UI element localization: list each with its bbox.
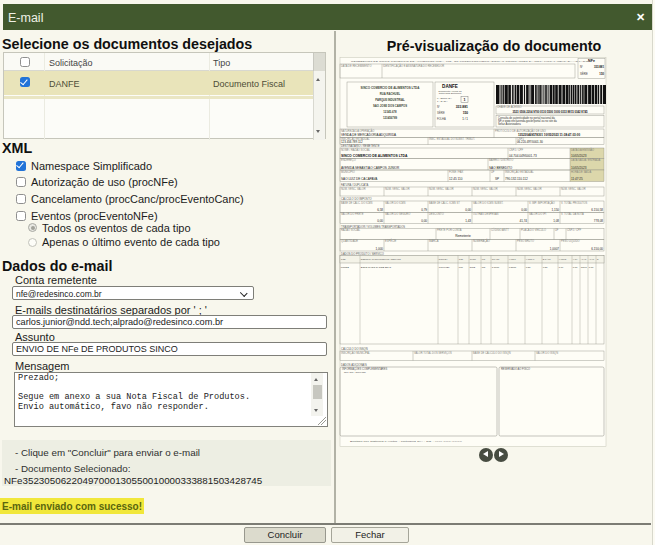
svg-text:6,58: 6,58 [526, 266, 531, 269]
svg-text:V.ICMS: V.ICMS [559, 258, 567, 260]
svg-text:SAO LUIZ DE CACAPAVA: SAO LUIZ DE CACAPAVA [341, 177, 378, 181]
svg-text:BAIRRO / DISTRITO: BAIRRO / DISTRITO [489, 158, 513, 162]
svg-text:1,150: 1,150 [551, 208, 559, 212]
svg-text:SINCO COMERCIO DE ALIMENTOS LT: SINCO COMERCIO DE ALIMENTOS LTDA [341, 154, 408, 158]
svg-text:VALOR DO IPI: VALOR DO IPI [529, 212, 546, 216]
svg-text:VENDA DE MERCADORIA ADQUIRIDA: VENDA DE MERCADORIA ADQUIRIDA [341, 133, 397, 137]
svg-text:RESERVADO AO FISCO: RESERVADO AO FISCO [501, 367, 530, 371]
svg-text:DANFE: DANFE [442, 84, 458, 89]
svg-text:QUANT: QUANT [492, 258, 500, 260]
svg-text:RUA RACHUEL: RUA RACHUEL [380, 92, 401, 96]
svg-text:FATURA / DUPLICATA: FATURA / DUPLICATA [341, 183, 368, 187]
svg-text:6,58: 6,58 [377, 208, 383, 212]
svg-text:Nº: Nº [437, 105, 440, 109]
svg-text:BASE DE CÁLC. DO ICMS: BASE DE CÁLC. DO ICMS [341, 201, 373, 205]
svg-text:BASE DE CÁLC. ICMS ST: BASE DE CÁLC. ICMS ST [429, 201, 460, 205]
svg-text:V.IPI: V.IPI [573, 258, 578, 260]
svg-text:0,00: 0,00 [573, 266, 578, 269]
svg-text:123.456.789.112: 123.456.789.112 [341, 140, 363, 144]
svg-text:Remetente: Remetente [455, 234, 471, 238]
svg-text:DESCONTO: DESCONTO [429, 212, 444, 216]
svg-text:VALOR DO SEGURO: VALOR DO SEGURO [385, 212, 410, 216]
svg-text:CNPJ / CPF: CNPJ / CPF [567, 228, 582, 232]
svg-text:778,08: 778,08 [594, 219, 604, 223]
svg-text:12.45 110: 12.45 110 [449, 177, 463, 181]
svg-text:V. TOTAL DA NOTA: V. TOTAL DA NOTA [561, 212, 584, 216]
svg-text:CÓD.: CÓD. [341, 258, 347, 260]
svg-text:333.881: 333.881 [456, 105, 468, 109]
svg-text:HORA DE SAÍDA: HORA DE SAÍDA [571, 170, 591, 174]
svg-text:TRANSPORTADOR / VOLUMES TRANSP: TRANSPORTADOR / VOLUMES TRANSPORTADOS [341, 225, 405, 229]
svg-text:Documento Auxiliar da: Documento Auxiliar da [439, 90, 463, 92]
svg-text:VALOR TOTAL DOS SERVIÇOS: VALOR TOTAL DOS SERVIÇOS [414, 351, 452, 355]
svg-text:PESO LÍQUIDO: PESO LÍQUIDO [561, 239, 580, 243]
svg-text:ENDEREÇO: ENDEREÇO [341, 158, 356, 162]
svg-text:Sefaz Autorizadora: Sefaz Autorizadora [498, 122, 521, 126]
svg-text:UN: UN [482, 266, 486, 269]
svg-text:O: O [597, 258, 599, 260]
svg-text:6.150,00: 6.150,00 [591, 247, 603, 251]
svg-text:MARCA: MARCA [429, 239, 439, 243]
svg-text:1: 1 [464, 98, 466, 102]
svg-text:VALOR DO FRETE: VALOR DO FRETE [341, 212, 364, 216]
svg-text:CST: CST [459, 258, 464, 260]
svg-text:BASE DE CÁLCULO DO ISSQN: BASE DE CÁLCULO DO ISSQN [473, 351, 511, 355]
svg-text:000032: 000032 [341, 266, 350, 269]
svg-text:DADOS ADICIONAIS: DADOS ADICIONAIS [341, 363, 367, 367]
svg-text:AVENIDA SEBASTIAO CAMPOS JUNIO: AVENIDA SEBASTIAO CAMPOS JUNIOR [341, 166, 400, 170]
svg-text:1 - SAÍDA: 1 - SAÍDA [437, 100, 448, 103]
svg-text:6.150,58: 6.150,58 [591, 208, 603, 212]
svg-text:1,000: 1,000 [375, 247, 383, 251]
svg-text:DADOS DO PRODUTO / SERVIÇO: DADOS DO PRODUTO / SERVIÇO [341, 252, 384, 256]
svg-text:0,00: 0,00 [465, 208, 471, 212]
svg-text:333.881: 333.881 [594, 65, 605, 69]
svg-text:VALOR DO ICMS: VALOR DO ICMS [385, 201, 406, 205]
svg-text:NCM/SH: NCM/SH [439, 258, 448, 260]
svg-text:123456789: 123456789 [383, 116, 397, 120]
svg-text:6,58: 6,58 [543, 266, 548, 269]
svg-text:OUTRAS DESPESAS: OUTRAS DESPESAS [473, 212, 499, 216]
svg-text:1,0000: 1,0000 [492, 266, 500, 269]
svg-text:6,5800: 6,5800 [509, 266, 517, 269]
svg-text:04.704.049/0001-73: 04.704.049/0001-73 [509, 154, 537, 158]
svg-text:000: 000 [459, 266, 464, 269]
svg-text:17049020: 17049020 [439, 266, 450, 269]
svg-text:0,79: 0,79 [559, 266, 564, 269]
svg-text:V. TOTAL PRODUTOS: V. TOTAL PRODUTOS [561, 201, 588, 205]
svg-text:0,00: 0,00 [377, 219, 383, 223]
svg-text:UF: UF [555, 228, 559, 232]
svg-text:135230469578301 10/05/2023 11: 135230469578301 10/05/2023 11:38:47-03:0… [518, 133, 581, 137]
svg-text:5102: 5102 [470, 266, 476, 269]
svg-text:0,00: 0,00 [521, 208, 527, 212]
svg-text:DESTINATÁRIO / REMETENTE: DESTINATÁRIO / REMETENTE [341, 144, 380, 148]
svg-text:SP: SP [495, 177, 499, 181]
svg-text:QUANTIDADE: QUANTIDADE [341, 239, 358, 243]
svg-text:V.TOTAL: V.TOTAL [526, 258, 535, 260]
svg-text:1,43: 1,43 [465, 219, 471, 223]
svg-text:150: 150 [599, 72, 604, 76]
svg-text:Emitido por Sistema e-Victor -: Emitido por Sistema e-Victor - Metodica … [350, 440, 462, 443]
svg-text:41,74: 41,74 [519, 219, 527, 223]
svg-text:UN: UN [482, 258, 486, 260]
svg-text:VALOR DO ICMS SUBST.: VALOR DO ICMS SUBST. [473, 201, 503, 205]
svg-text:B.CÁLC: B.CÁLC [543, 258, 551, 260]
svg-text:11:47:25: 11:47:25 [571, 177, 583, 181]
svg-text:UF: UF [491, 170, 495, 174]
svg-text:150: 150 [463, 111, 469, 115]
svg-text:SAO JOSE DOS CAMPOS: SAO JOSE DOS CAMPOS [373, 104, 407, 108]
svg-text:DATA SAÍDA / ENTRADA: DATA SAÍDA / ENTRADA [571, 158, 601, 162]
svg-text:RECEBEMOS DE SINCO COMERCIO DE: RECEBEMOS DE SINCO COMERCIO DE ALIMENTOS… [351, 60, 588, 63]
svg-text:Nº: Nº [580, 65, 583, 69]
svg-text:790.132.110.112: 790.132.110.112 [505, 177, 528, 181]
svg-text:Nota Fiscal Eletrônica: Nota Fiscal Eletrônica [439, 92, 462, 94]
svg-text:1,08: 1,08 [553, 219, 559, 223]
svg-text:PESO BRUTO: PESO BRUTO [517, 239, 534, 243]
svg-text:PARQUE INDUSTRIAL: PARQUE INDUSTRIAL [375, 98, 405, 102]
svg-text:CNPJ / CPF: CNPJ / CPF [509, 148, 524, 152]
svg-text:NFe Ref.: série:150: NFe Ref.: série:150 [344, 371, 366, 374]
svg-text:BOLO CHOC C/ COB 350 G: BOLO CHOC C/ COB 350 G [361, 266, 392, 269]
svg-text:12,00: 12,00 [581, 266, 588, 269]
svg-text:FONE / FAX: FONE / FAX [449, 170, 464, 174]
svg-text:CFOP: CFOP [470, 258, 477, 260]
svg-text:NFe: NFe [588, 59, 595, 63]
